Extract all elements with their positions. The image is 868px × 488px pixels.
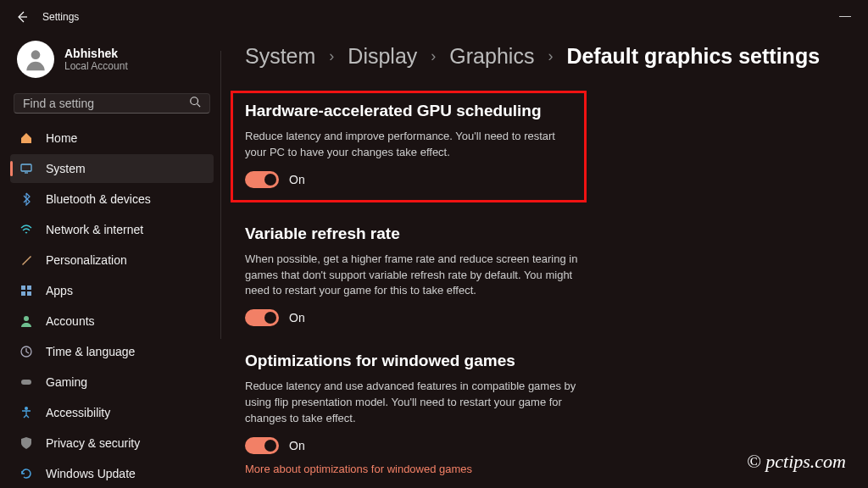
sidebar-item-bluetooth[interactable]: Bluetooth & devices xyxy=(10,185,214,214)
sidebar-item-label: Accounts xyxy=(46,314,95,328)
section-gpu-scheduling: Hardware-accelerated GPU scheduling Redu… xyxy=(231,91,587,202)
sidebar-item-label: Privacy & security xyxy=(46,436,140,450)
windowed-toggle[interactable] xyxy=(245,437,279,454)
vrr-toggle[interactable] xyxy=(245,309,279,326)
brush-icon xyxy=(19,252,34,268)
sidebar-item-label: Time & language xyxy=(46,345,135,358)
sidebar-item-label: Personalization xyxy=(46,253,127,267)
sidebar-item-privacy[interactable]: Privacy & security xyxy=(10,429,214,458)
chevron-right-icon: › xyxy=(329,47,334,65)
main-content: System › Display › Graphics › Default gr… xyxy=(221,34,868,488)
breadcrumb-graphics[interactable]: Graphics xyxy=(449,44,534,69)
bluetooth-icon xyxy=(19,191,34,207)
toggle-label: On xyxy=(289,173,305,186)
svg-rect-4 xyxy=(27,286,31,290)
home-icon xyxy=(19,130,34,146)
gaming-icon xyxy=(19,374,34,390)
search-input[interactable] xyxy=(23,97,189,110)
user-block[interactable]: Abhishek Local Account xyxy=(10,34,214,93)
windowed-more-link[interactable]: More about optimizations for windowed ga… xyxy=(245,463,472,475)
accessibility-icon xyxy=(19,405,34,420)
sidebar-item-label: System xyxy=(46,162,86,175)
sidebar-item-accounts[interactable]: Accounts xyxy=(10,307,214,336)
avatar xyxy=(17,41,54,78)
back-button[interactable] xyxy=(10,5,34,29)
chevron-right-icon: › xyxy=(431,47,436,65)
user-name: Abhishek xyxy=(64,47,128,60)
window-title: Settings xyxy=(42,11,79,23)
breadcrumb: System › Display › Graphics › Default gr… xyxy=(245,44,843,69)
svg-point-7 xyxy=(24,316,29,321)
section-description: Reduce latency and use advanced features… xyxy=(245,379,584,427)
svg-rect-3 xyxy=(21,286,25,290)
sidebar-item-label: Bluetooth & devices xyxy=(46,192,151,206)
sidebar-item-time[interactable]: Time & language xyxy=(10,337,214,366)
section-title: Hardware-accelerated GPU scheduling xyxy=(245,102,572,120)
svg-rect-2 xyxy=(21,164,31,171)
sidebar-item-network[interactable]: Network & internet xyxy=(10,215,214,244)
sidebar-item-apps[interactable]: Apps xyxy=(10,276,214,305)
breadcrumb-system[interactable]: System xyxy=(245,44,315,69)
shield-icon xyxy=(19,435,34,451)
user-sub: Local Account xyxy=(64,60,128,72)
breadcrumb-display[interactable]: Display xyxy=(348,44,417,69)
section-description: When possible, get a higher frame rate a… xyxy=(245,252,584,300)
sidebar-item-label: Apps xyxy=(46,284,73,297)
svg-rect-5 xyxy=(21,291,25,296)
section-variable-refresh: Variable refresh rate When possible, get… xyxy=(245,225,601,327)
system-icon xyxy=(19,161,34,176)
gpu-scheduling-toggle[interactable] xyxy=(245,171,279,188)
minimize-button[interactable]: — xyxy=(839,8,851,22)
svg-point-10 xyxy=(25,407,28,410)
breadcrumb-current: Default graphics settings xyxy=(566,44,820,69)
sidebar-item-label: Home xyxy=(46,131,77,145)
sidebar-item-label: Windows Update xyxy=(46,467,136,480)
search-icon xyxy=(189,96,201,111)
svg-point-0 xyxy=(31,50,41,59)
sidebar-item-home[interactable]: Home xyxy=(10,124,214,152)
sidebar-item-label: Network & internet xyxy=(46,223,143,236)
toggle-label: On xyxy=(289,311,305,324)
section-windowed-optimizations: Optimizations for windowed games Reduce … xyxy=(245,352,601,476)
sidebar-item-personalization[interactable]: Personalization xyxy=(10,246,214,274)
section-title: Variable refresh rate xyxy=(245,225,601,243)
wifi-icon xyxy=(19,222,34,237)
sidebar: Abhishek Local Account Home System Bluet… xyxy=(0,34,220,488)
sidebar-item-accessibility[interactable]: Accessibility xyxy=(10,398,214,427)
sidebar-item-system[interactable]: System xyxy=(10,154,214,183)
svg-point-1 xyxy=(191,97,198,105)
accounts-icon xyxy=(19,313,34,329)
search-box[interactable] xyxy=(14,93,210,114)
section-description: Reduce latency and improve performance. … xyxy=(245,129,572,161)
sidebar-item-gaming[interactable]: Gaming xyxy=(10,368,214,396)
watermark: © pctips.com xyxy=(747,451,846,473)
sidebar-item-label: Accessibility xyxy=(46,406,110,419)
sidebar-item-label: Gaming xyxy=(46,375,87,389)
svg-rect-9 xyxy=(21,380,31,385)
chevron-right-icon: › xyxy=(548,47,553,65)
sidebar-item-update[interactable]: Windows Update xyxy=(10,459,214,488)
clock-icon xyxy=(19,344,34,359)
svg-rect-6 xyxy=(27,291,31,296)
apps-icon xyxy=(19,283,34,298)
update-icon xyxy=(19,466,34,481)
toggle-label: On xyxy=(289,439,305,452)
section-title: Optimizations for windowed games xyxy=(245,352,601,370)
